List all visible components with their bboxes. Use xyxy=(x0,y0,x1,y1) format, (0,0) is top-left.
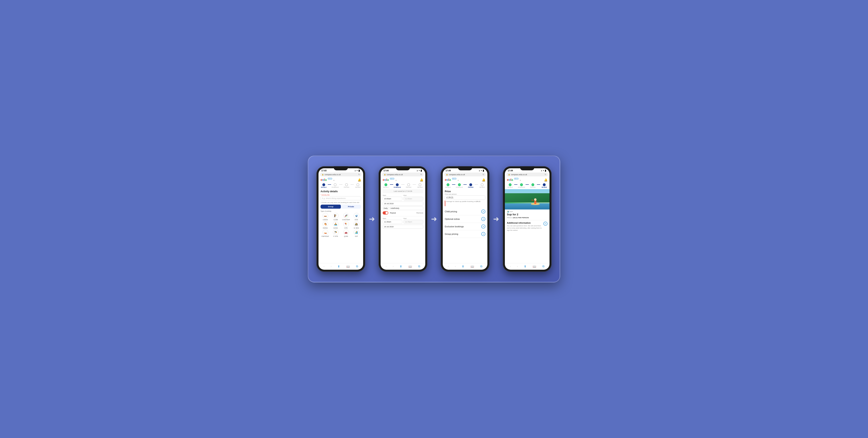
activity-dive[interactable]: 🤿 DIVE xyxy=(351,213,361,221)
activity-riding[interactable]: 🐴 RIDING xyxy=(320,221,330,229)
activity-pkite[interactable]: 🪂 P. KITE xyxy=(331,230,340,237)
back-arrow-3[interactable]: ‹ xyxy=(448,265,448,268)
step-details-1[interactable]: DETAILS xyxy=(320,183,328,188)
activity-coasteer[interactable]: 🎢 COASTEER xyxy=(341,213,351,221)
back-arrow-4[interactable]: ‹ xyxy=(510,265,511,268)
forward-arrow-4[interactable]: › xyxy=(517,265,518,268)
url-bar-4[interactable]: 🔒 compass.eola.co.uk ↻ xyxy=(506,173,548,176)
copy-icon-2[interactable]: ⧉ xyxy=(418,265,420,268)
price-value-field[interactable]: £ 29.21 xyxy=(445,196,485,200)
share-icon-4[interactable]: ⬆ xyxy=(524,265,526,268)
exclusive-bookings-plus[interactable]: + xyxy=(481,225,485,229)
steps-1: DETAILS SCHEDULE PRICING R xyxy=(318,182,363,189)
coasteer-label: COASTEER xyxy=(342,219,350,221)
forward-arrow-1[interactable]: › xyxy=(331,265,332,268)
step-dot-pricing-4: ✓ xyxy=(531,183,534,186)
step-review-4[interactable]: REVIEW xyxy=(540,183,548,188)
step-schedule-3[interactable]: ✓ SCHEDULE xyxy=(455,183,463,188)
optional-extras-row[interactable]: Optional extras + xyxy=(445,215,485,223)
paddle-icon: 🏄 xyxy=(507,211,509,212)
slot1-start-input[interactable]: 10:00am xyxy=(383,197,402,201)
copy-icon-4[interactable]: ⧉ xyxy=(542,265,545,268)
slot2-start-input[interactable]: 11:30am xyxy=(383,220,402,224)
slot2-date[interactable]: 18 Jul 2018 xyxy=(383,225,423,229)
price-title: Price xyxy=(445,190,485,193)
step-review-1[interactable]: REVIEW xyxy=(354,183,362,188)
child-pricing-label: Child pricing xyxy=(445,210,457,213)
refresh-icon-3[interactable]: ↻ xyxy=(483,173,484,176)
activity-kite[interactable]: 🪁 KITE xyxy=(341,221,351,229)
additional-plus[interactable]: + xyxy=(544,222,548,226)
copy-icon-3[interactable]: ⧉ xyxy=(480,265,482,268)
slot1-date[interactable]: 18 Jul 2018 xyxy=(383,202,423,206)
sup-badge: 🏄 SUP xyxy=(507,211,548,212)
step-dot-details xyxy=(322,183,325,186)
optional-extras-plus[interactable]: + xyxy=(481,217,485,221)
back-arrow-2[interactable]: ‹ xyxy=(386,265,386,268)
slot1-end-input[interactable]: 11:00am xyxy=(404,197,423,201)
copy-icon-1[interactable]: ⧉ xyxy=(356,265,358,268)
share-icon-3[interactable]: ⬆ xyxy=(462,265,464,268)
step-schedule-4[interactable]: ✓ SCHEDULE xyxy=(518,183,526,188)
remove-button[interactable]: Remove xyxy=(416,212,423,214)
child-pricing-row[interactable]: Child pricing + xyxy=(445,208,485,215)
book-icon-1[interactable]: 📖 xyxy=(346,265,350,268)
url-bar-3[interactable]: 🔒 compass.eola.co.uk ↻ xyxy=(444,173,486,176)
refresh-icon-1[interactable]: ↻ xyxy=(358,173,360,176)
step-schedule-2[interactable]: SCHEDULE xyxy=(393,183,401,188)
step-review-3[interactable]: REVIEW xyxy=(478,183,486,188)
battery-icon-2: ▐▌ xyxy=(420,170,423,172)
activity-quad[interactable]: 🚗 QUAD xyxy=(341,230,351,237)
activity-sup[interactable]: 🏄 SUP xyxy=(351,230,361,237)
bell-icon-3[interactable]: 🔔 xyxy=(482,178,485,181)
exclusive-bookings-row[interactable]: Exclusive bookings + xyxy=(445,223,485,230)
step-details-4[interactable]: ✓ DETAILS xyxy=(506,183,514,188)
step-pricing-4[interactable]: ✓ PRICING xyxy=(529,183,537,188)
group-pricing-plus[interactable]: + xyxy=(481,232,485,236)
group-private-toggle[interactable]: Group Private xyxy=(320,205,361,209)
group-btn[interactable]: Group xyxy=(320,205,341,209)
activity-pwrboat[interactable]: 🚤 PWR BOAT xyxy=(320,230,330,237)
step-schedule-1[interactable]: SCHEDULE xyxy=(331,183,339,188)
private-btn[interactable]: Private xyxy=(341,205,361,209)
activity-title-input[interactable]: E.g. Wreck diving experience xyxy=(320,196,361,200)
share-icon-2[interactable]: ⬆ xyxy=(400,265,402,268)
step-details-2[interactable]: ✓ DETAILS xyxy=(382,183,390,188)
activity-mbike[interactable]: 🚵 M. BIKE xyxy=(351,221,361,229)
bell-icon-1[interactable]: 🔔 xyxy=(358,178,361,181)
bell-icon-2[interactable]: 🔔 xyxy=(420,178,423,181)
logo-chevron-3: ▾ xyxy=(458,179,459,181)
url-bar-2[interactable]: 🔒 compass.eola.co.uk ↻ xyxy=(382,173,424,176)
forward-arrow-2[interactable]: › xyxy=(393,265,394,268)
private-note: * Private can only have one booking for … xyxy=(320,202,361,203)
forward-arrow-3[interactable]: › xyxy=(455,265,456,268)
book-icon-4[interactable]: 📖 xyxy=(533,265,536,268)
group-pricing-row[interactable]: Group pricing + xyxy=(445,230,485,238)
step-review-2[interactable]: REVIEW xyxy=(416,183,424,188)
book-icon-2[interactable]: 📖 xyxy=(408,265,412,268)
bell-icon-4[interactable]: 🔔 xyxy=(544,178,548,181)
repeat-toggle-switch[interactable] xyxy=(383,211,388,214)
refresh-icon-4[interactable]: ↻ xyxy=(545,173,546,176)
slot2-end-input[interactable]: 12:30pm xyxy=(404,220,423,224)
step-pricing-2[interactable]: PRICING xyxy=(405,183,413,188)
activity-kayak[interactable]: 🚣 KAYAK xyxy=(331,221,340,229)
activity-climb[interactable]: 🧗 CLIMB xyxy=(331,213,340,221)
share-icon-1[interactable]: ⬆ xyxy=(338,265,340,268)
daily-select[interactable]: Daily xyxy=(383,206,389,210)
url-bar-1[interactable]: 🔒 compass.eola.co.uk ↻ xyxy=(320,173,362,176)
beta-badge-4: BETA xyxy=(514,178,519,179)
activity-canoe[interactable]: 🛶 CANOE xyxy=(320,213,330,221)
step-pricing-3[interactable]: PRICING xyxy=(467,183,475,188)
refresh-icon-2[interactable]: ↻ xyxy=(421,173,422,176)
step-pricing-1[interactable]: PRICING xyxy=(342,183,350,188)
back-arrow-1[interactable]: ‹ xyxy=(323,265,324,268)
book-icon-3[interactable]: 📖 xyxy=(470,265,474,268)
time-1: 17:03 xyxy=(321,170,327,172)
time-3: 17:04 xyxy=(445,170,451,172)
child-pricing-plus[interactable]: + xyxy=(481,209,485,213)
sup-icon: 🏄 xyxy=(353,230,359,235)
step-details-3[interactable]: ✓ DETAILS xyxy=(444,183,452,188)
indefinitely-select[interactable]: Indefinitely xyxy=(390,206,423,210)
slot1-end-field: End 11:00am xyxy=(404,195,423,201)
